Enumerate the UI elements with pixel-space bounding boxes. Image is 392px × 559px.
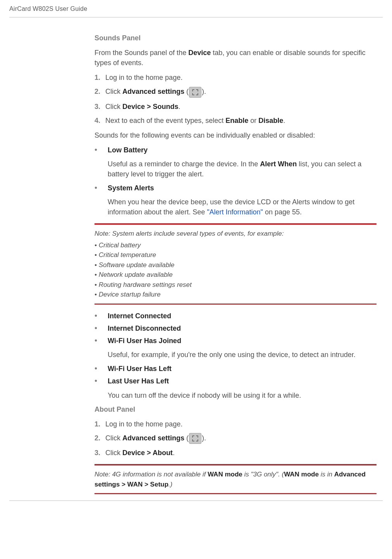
text: is "3G only". ( [242, 471, 284, 478]
text: 4G information is not available if [112, 471, 208, 478]
note-top-rule-sub [95, 224, 377, 225]
last-user-left-desc: You can turn off the device if nobody wi… [108, 390, 377, 400]
step-text: Next to each of the event types, select … [105, 116, 377, 126]
text: Next to each of the event types, select [105, 117, 225, 124]
text: Click [105, 103, 122, 110]
bullet-icon: • [95, 364, 108, 373]
bold-wan-mode: WAN mode [208, 471, 242, 478]
text: . [173, 449, 175, 457]
text: ( [184, 88, 189, 95]
low-battery-desc: Useful as a reminder to charge the devic… [108, 159, 377, 179]
note-item: Software update available [95, 260, 377, 270]
footer-rule [9, 500, 383, 501]
step-text: Log in to the home page. [105, 419, 377, 429]
expand-icon [189, 433, 201, 444]
sounds-bullets-2: • System Alerts [95, 183, 377, 193]
note-bottom-rule-sub [95, 494, 377, 494]
bullet-icon: • [95, 183, 108, 192]
bold-wan-mode: WAN mode [284, 471, 319, 478]
note-item: Critical temperature [95, 250, 377, 260]
bold-enable: Enable [225, 117, 248, 124]
step-number: 1. [95, 419, 105, 429]
bullet-icon: • [95, 376, 108, 385]
bullet-low-battery: Low Battery [108, 146, 148, 154]
text: ( [184, 434, 189, 442]
text: Click [105, 434, 122, 442]
text: Click [105, 449, 122, 457]
text: Useful as a reminder to charge the devic… [108, 160, 260, 168]
bullet-last-user-left: Last User Has Left [108, 377, 169, 385]
bullet-icon: • [95, 145, 108, 154]
note-bottom-rule-sub [95, 304, 377, 305]
step-number: 4. [95, 116, 105, 126]
note-item: Device startup failure [95, 290, 377, 300]
bold-advanced-settings: Advanced settings [122, 434, 184, 442]
sounds-followup: Sounds for the following events can be i… [95, 130, 377, 140]
bold-device: Device [188, 49, 211, 57]
sounds-bullets-3: •Internet Connected •Internet Disconnect… [95, 311, 377, 346]
note-bullets: Critical battery Critical temperature So… [95, 240, 377, 300]
note-top-rule-sub [95, 465, 377, 466]
text: Click [105, 88, 122, 95]
sounds-intro: From the Sounds panel of the Device tab,… [95, 48, 377, 68]
text: ). [202, 434, 206, 442]
bold-disable: Disable [258, 117, 283, 124]
bullet-system-alerts: System Alerts [108, 184, 154, 192]
note-item: Network update available [95, 270, 377, 280]
bullet-wifi-joined: Wi-Fi User Has Joined [108, 337, 181, 345]
bold-device-sounds: Device > Sounds [122, 103, 179, 110]
expand-icon [189, 87, 201, 98]
wifi-joined-desc: Useful, for example, if you're the only … [108, 350, 377, 360]
note-item: Routing hardware settings reset [95, 280, 377, 290]
main-content: Sounds Panel From the Sounds panel of th… [95, 33, 377, 494]
bold-advanced-settings: Advanced settings [122, 88, 184, 95]
bullet-icon: • [95, 323, 108, 333]
step-text: Click Advanced settings (). [105, 433, 377, 444]
alert-information-link[interactable]: "Alert Information" [207, 208, 263, 216]
note-item: Critical battery [95, 240, 377, 250]
text: .) [168, 481, 172, 488]
header-rule [9, 17, 383, 17]
sounds-steps: 1. Log in to the home page. 2. Click Adv… [95, 72, 377, 126]
bullet-internet-disconnected: Internet Disconnected [108, 324, 181, 332]
note-lead: Note: [95, 471, 110, 478]
bold-device-about: Device > About [122, 449, 173, 457]
step-number: 2. [95, 86, 105, 97]
about-heading: About Panel [95, 404, 377, 414]
step-text: Click Advanced settings (). [105, 86, 377, 97]
step-text: Log in to the home page. [105, 72, 377, 83]
running-header: AirCard W802S User Guide [0, 0, 392, 17]
step-number: 3. [95, 102, 105, 112]
text: on page 55. [263, 208, 302, 216]
bullet-icon: • [95, 311, 108, 320]
text: . [179, 103, 181, 110]
text: . [283, 117, 285, 124]
sounds-heading: Sounds Panel [95, 33, 377, 43]
bullet-icon: • [95, 336, 108, 345]
step-number: 2. [95, 433, 105, 443]
system-alerts-desc: When you hear the device beep, use the d… [108, 197, 377, 217]
bold-alert-when: Alert When [260, 160, 297, 168]
note-text: System alerts include several types of e… [112, 230, 284, 237]
text: From the Sounds panel of the [95, 49, 188, 57]
sounds-bullets-4: •Wi-Fi User Has Left •Last User Has Left [95, 364, 377, 386]
text: is in [319, 471, 334, 478]
step-text: Click Device > About. [105, 448, 377, 458]
text: ). [202, 88, 206, 95]
bullet-internet-connected: Internet Connected [108, 312, 171, 320]
note-system-alerts: Note: System alerts include several type… [95, 229, 377, 300]
bullet-wifi-left: Wi-Fi User Has Left [108, 365, 172, 373]
note-lead: Note: [95, 230, 110, 237]
about-steps: 1. Log in to the home page. 2. Click Adv… [95, 419, 377, 458]
note-about: Note: 4G information is not available if… [95, 469, 377, 489]
step-text: Click Device > Sounds. [105, 102, 377, 112]
step-number: 1. [95, 72, 105, 83]
text: or [248, 117, 258, 124]
step-number: 3. [95, 448, 105, 458]
sounds-bullets-1: • Low Battery [95, 145, 377, 155]
